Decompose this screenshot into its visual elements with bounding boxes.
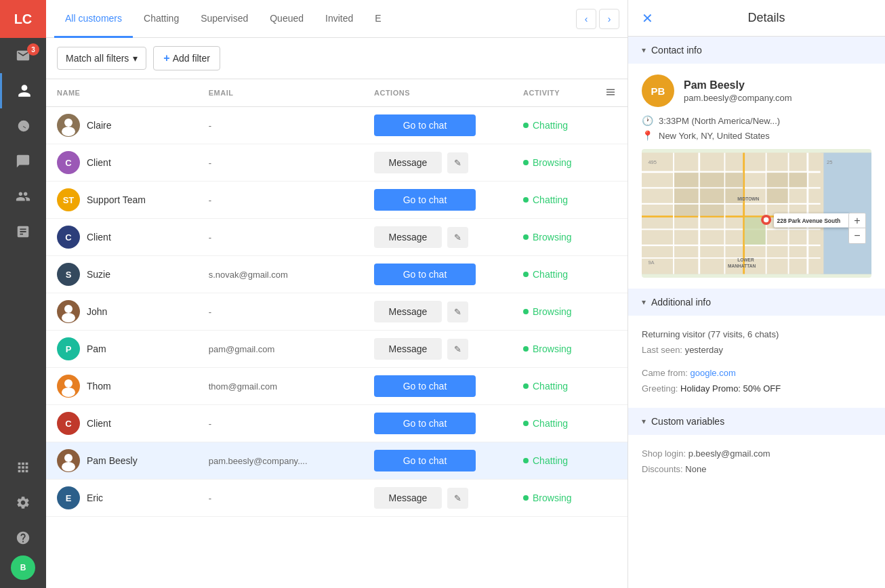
edit-button[interactable]: ✎ bbox=[447, 301, 468, 322]
sidebar-item-help[interactable] bbox=[0, 520, 46, 555]
edit-button[interactable]: ✎ bbox=[447, 152, 468, 173]
svg-point-6 bbox=[64, 454, 73, 462]
table-row[interactable]: Pam Beesly pam.beesly@company.... Go to … bbox=[46, 442, 627, 480]
sidebar-item-analytics[interactable] bbox=[0, 214, 46, 249]
additional-info-section-header[interactable]: ▾ Additional info bbox=[628, 289, 885, 316]
edit-button[interactable]: ✎ bbox=[447, 227, 468, 248]
sidebar-item-apps[interactable] bbox=[0, 450, 46, 485]
table-row[interactable]: P Pam pam@gmail.com Message ✎ Browsing bbox=[46, 331, 627, 368]
avatar: E bbox=[57, 486, 80, 509]
filter-bar: Match all filters ▾ + Add filter bbox=[46, 38, 627, 79]
tab-chatting[interactable]: Chatting bbox=[133, 0, 190, 38]
sidebar-item-history[interactable] bbox=[0, 108, 46, 144]
table-row[interactable]: C Client - Message ✎ Browsing bbox=[46, 219, 627, 256]
logo[interactable]: LC bbox=[0, 0, 46, 38]
customer-email: - bbox=[198, 182, 363, 219]
status-dot bbox=[523, 346, 529, 352]
svg-point-46 bbox=[764, 217, 769, 223]
svg-rect-35 bbox=[767, 188, 788, 203]
tab-queued[interactable]: Queued bbox=[259, 0, 314, 38]
customer-name: Client bbox=[87, 232, 111, 243]
tab-navigation: ‹ › bbox=[576, 9, 619, 29]
activity-label: Chatting bbox=[533, 455, 568, 466]
match-filter-dropdown[interactable]: Match all filters ▾ bbox=[57, 47, 146, 70]
go-to-chat-button[interactable]: Go to chat bbox=[374, 450, 476, 471]
customer-name: John bbox=[87, 306, 107, 317]
edit-button[interactable]: ✎ bbox=[447, 339, 468, 360]
chevron-down-icon: ▾ bbox=[642, 45, 646, 55]
col-settings[interactable] bbox=[594, 79, 627, 107]
close-details-button[interactable]: ✕ bbox=[642, 12, 653, 25]
sidebar-item-settings[interactable] bbox=[0, 485, 46, 520]
go-to-chat-button[interactable]: Go to chat bbox=[374, 413, 476, 434]
details-header: ✕ Details bbox=[628, 0, 885, 37]
visits-text: Returning visitor (77 visits, 6 chats) bbox=[642, 327, 871, 342]
activity-label: Chatting bbox=[533, 418, 568, 429]
tab-e[interactable]: E bbox=[364, 0, 392, 38]
edit-button[interactable]: ✎ bbox=[447, 488, 468, 509]
customer-name: Eric bbox=[87, 492, 103, 503]
table-row[interactable]: E Eric - Message ✎ Browsing bbox=[46, 480, 627, 517]
sidebar-item-notifications[interactable]: 3 bbox=[0, 38, 46, 73]
activity-cell: Chatting bbox=[523, 455, 583, 466]
table-row[interactable]: John - Message ✎ Browsing bbox=[46, 293, 627, 331]
clock-icon: 🕐 bbox=[642, 115, 653, 126]
tab-bar: All customers Chatting Supervised Queued… bbox=[46, 0, 627, 38]
table-row[interactable]: C Client - Go to chat Chatting bbox=[46, 405, 627, 442]
message-button[interactable]: Message bbox=[374, 487, 442, 509]
table-row[interactable]: Claire - Go to chat Chatting bbox=[46, 107, 627, 144]
customer-email: pam@gmail.com bbox=[198, 331, 363, 368]
svg-point-5 bbox=[62, 387, 75, 397]
go-to-chat-button[interactable]: Go to chat bbox=[374, 264, 476, 285]
status-dot bbox=[523, 197, 529, 203]
action-cell: Message ✎ bbox=[374, 338, 501, 360]
activity-cell: Chatting bbox=[523, 194, 583, 205]
contact-info-section-header[interactable]: ▾ Contact info bbox=[628, 37, 885, 64]
action-cell: Message ✎ bbox=[374, 487, 501, 509]
table-row[interactable]: C Client - Message ✎ Browsing bbox=[46, 144, 627, 182]
table-row[interactable]: S Suzie s.novak@gmail.com Go to chat Cha… bbox=[46, 256, 627, 293]
sidebar: LC 3 B bbox=[0, 0, 46, 588]
go-to-chat-button[interactable]: Go to chat bbox=[374, 114, 476, 136]
table-row[interactable]: Thom thom@gmail.com Go to chat Chatting bbox=[46, 368, 627, 405]
customer-email: pam.beesly@company.... bbox=[198, 442, 363, 480]
customer-email: - bbox=[198, 405, 363, 442]
go-to-chat-button[interactable]: Go to chat bbox=[374, 375, 476, 397]
status-dot bbox=[523, 160, 529, 165]
customer-name: Client bbox=[87, 418, 111, 429]
action-cell: Go to chat bbox=[374, 114, 501, 136]
map-zoom-out-button[interactable]: − bbox=[849, 228, 865, 243]
svg-text:MANHATTAN: MANHATTAN bbox=[728, 264, 756, 268]
go-to-chat-button[interactable]: Go to chat bbox=[374, 189, 476, 211]
message-button[interactable]: Message bbox=[374, 338, 442, 360]
tab-prev-button[interactable]: ‹ bbox=[576, 9, 596, 29]
activity-label: Browsing bbox=[533, 492, 572, 503]
sidebar-item-customers[interactable] bbox=[0, 73, 46, 108]
add-filter-button[interactable]: + Add filter bbox=[153, 46, 220, 70]
came-from-link[interactable]: google.com bbox=[691, 368, 736, 378]
message-button[interactable]: Message bbox=[374, 226, 442, 248]
activity-label: Browsing bbox=[533, 343, 572, 354]
custom-variables-section-header[interactable]: ▾ Custom variables bbox=[628, 408, 885, 435]
sidebar-item-team[interactable] bbox=[0, 179, 46, 214]
table-row[interactable]: ST Support Team - Go to chat Chatting bbox=[46, 182, 627, 219]
activity-cell: Chatting bbox=[523, 269, 583, 280]
svg-point-3 bbox=[62, 313, 75, 322]
message-button[interactable]: Message bbox=[374, 152, 442, 173]
map-zoom-in-button[interactable]: + bbox=[849, 213, 865, 228]
tab-invited[interactable]: Invited bbox=[314, 0, 364, 38]
activity-label: Chatting bbox=[533, 194, 568, 205]
action-cell: Go to chat bbox=[374, 189, 501, 211]
avatar: C bbox=[57, 226, 80, 249]
tab-supervised[interactable]: Supervised bbox=[190, 0, 259, 38]
tab-next-button[interactable]: › bbox=[599, 9, 619, 29]
svg-rect-33 bbox=[700, 205, 724, 216]
dropdown-chevron-icon: ▾ bbox=[133, 53, 138, 64]
col-actions: ACTIONS bbox=[363, 79, 512, 107]
tab-all-customers[interactable]: All customers bbox=[54, 0, 133, 38]
user-avatar-bottom[interactable]: B bbox=[11, 555, 35, 580]
sidebar-item-chats[interactable] bbox=[0, 144, 46, 179]
svg-text:495: 495 bbox=[648, 159, 657, 165]
svg-rect-32 bbox=[674, 205, 699, 216]
message-button[interactable]: Message bbox=[374, 301, 442, 322]
